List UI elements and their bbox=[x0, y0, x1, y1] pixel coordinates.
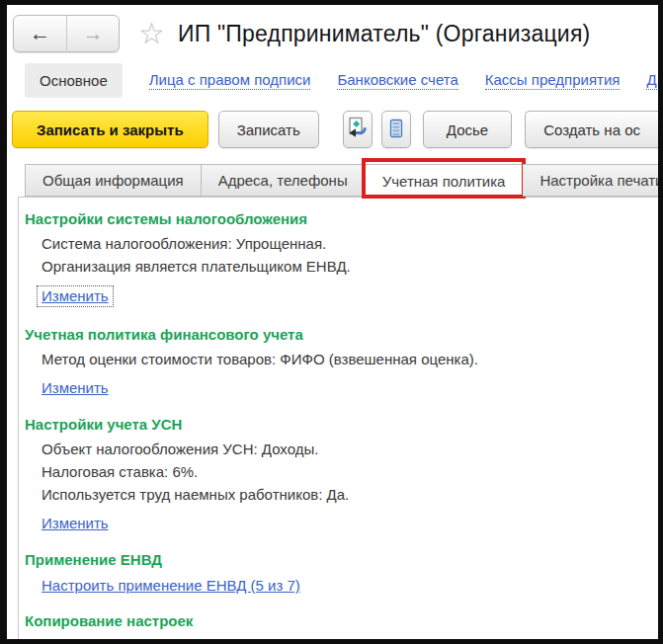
change-financial-policy-link[interactable]: Изменить bbox=[41, 379, 109, 396]
dossier-button[interactable]: Досье bbox=[423, 111, 512, 148]
section-financial-accounting-policy: Учетная политика финансового учета Метод… bbox=[19, 326, 658, 401]
tab-addresses-phones[interactable]: Адреса, телефоны bbox=[202, 164, 366, 197]
post-document-button[interactable] bbox=[343, 111, 373, 148]
section-heading: Учетная политика финансового учета bbox=[25, 326, 658, 343]
nav-link-signatories[interactable]: Лица с правом подписи bbox=[149, 71, 311, 90]
nav-item-main[interactable]: Основное bbox=[25, 63, 123, 98]
configure-envd-link[interactable]: Настроить применение ЕНВД (5 из 7) bbox=[41, 577, 300, 594]
info-line: Система налогообложения: Упрощенная. bbox=[41, 232, 658, 255]
section-heading: Копирование настроек bbox=[25, 612, 658, 629]
post-document-icon bbox=[345, 116, 371, 144]
list-button[interactable] bbox=[381, 111, 411, 148]
info-line: Налоговая ставка: 6%. bbox=[41, 460, 658, 483]
copy-from-organization-link[interactable]: Из другой организации bbox=[25, 636, 183, 639]
change-tax-system-link[interactable]: Изменить bbox=[38, 286, 113, 306]
tab-general-info[interactable]: Общая информация bbox=[25, 164, 202, 197]
info-line: Используется труд наемных работников: Да… bbox=[41, 483, 658, 506]
accounting-policy-panel: Настройки системы налогообложения Систем… bbox=[18, 197, 658, 639]
forward-button[interactable]: → bbox=[66, 16, 119, 51]
save-and-close-button[interactable]: Записать и закрыть bbox=[12, 111, 208, 148]
section-envd: Применение ЕНВД Настроить применение ЕНВ… bbox=[19, 551, 658, 598]
create-based-on-button[interactable]: Создать на ос bbox=[525, 111, 658, 148]
page-title: ИП "Предприниматель" (Организация) bbox=[178, 21, 591, 47]
tab-print-settings[interactable]: Настройка печати bbox=[523, 164, 663, 197]
section-heading: Настройки учета УСН bbox=[25, 416, 658, 433]
titlebar: ← → ☆ ИП "Предприниматель" (Организация) bbox=[7, 5, 658, 54]
nav-link-bank-accounts[interactable]: Банковские счета bbox=[337, 71, 457, 90]
nav-link-cash-desks[interactable]: Кассы предприятия bbox=[485, 71, 621, 90]
section-heading: Применение ЕНВД bbox=[25, 551, 658, 568]
favorite-star-icon[interactable]: ☆ bbox=[138, 19, 165, 48]
history-nav-group: ← → bbox=[13, 15, 120, 52]
forward-arrow-icon: → bbox=[83, 22, 104, 45]
save-button[interactable]: Записать bbox=[218, 111, 319, 148]
copy-to-organizations-link[interactable]: В другие организации bbox=[209, 636, 360, 639]
change-usn-settings-link[interactable]: Изменить bbox=[41, 515, 109, 531]
list-icon bbox=[384, 117, 408, 143]
section-tax-system: Настройки системы налогообложения Систем… bbox=[19, 210, 658, 311]
section-usn-settings: Настройки учета УСН Объект налогообложен… bbox=[19, 416, 658, 536]
info-line: Метод оценки стоимости товаров: ФИФО (вз… bbox=[41, 348, 658, 370]
nav-link-clipped[interactable]: Д bbox=[646, 71, 656, 90]
info-line: Организация является плательщиком ЕНВД. bbox=[41, 255, 658, 278]
section-heading: Настройки системы налогообложения bbox=[25, 210, 658, 227]
back-arrow-icon: ← bbox=[30, 22, 50, 45]
info-line: Объект налогообложения УСН: Доходы. bbox=[41, 438, 658, 460]
organization-form-window: ← → ☆ ИП "Предприниматель" (Организация)… bbox=[0, 0, 663, 644]
tab-strip: Общая информация Адреса, телефоны Учетна… bbox=[25, 164, 658, 197]
related-links-bar: Основное Лица с правом подписи Банковски… bbox=[25, 59, 658, 101]
section-copy-settings: Копирование настроек Из другой организац… bbox=[19, 612, 658, 639]
copy-links-row: Из другой организации В другие организац… bbox=[25, 636, 658, 639]
command-bar: Записать и закрыть Записать bbox=[12, 108, 658, 151]
tab-accounting-policy[interactable]: Учетная политика bbox=[366, 164, 524, 198]
back-button[interactable]: ← bbox=[14, 16, 66, 51]
